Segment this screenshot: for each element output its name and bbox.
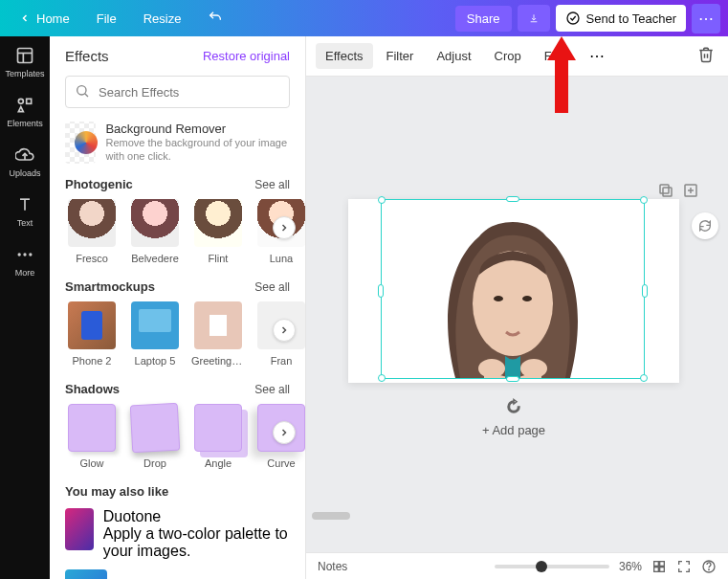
svg-rect-16 bbox=[663, 188, 672, 196]
resize-handle-tr[interactable] bbox=[640, 196, 648, 204]
zoom-value[interactable]: 36% bbox=[619, 560, 642, 573]
see-all-smartmockups[interactable]: See all bbox=[254, 280, 290, 294]
ellipsis-icon: ⋯ bbox=[698, 10, 714, 28]
tool-crop[interactable]: Crop bbox=[485, 43, 531, 69]
see-all-photogenic[interactable]: See all bbox=[254, 178, 290, 191]
search-icon bbox=[75, 83, 90, 102]
mockup-greeting-card[interactable]: Greeting car… bbox=[191, 301, 245, 367]
rotate-icon[interactable] bbox=[505, 398, 522, 415]
resize-handle-mt[interactable] bbox=[506, 196, 519, 202]
thumb-image bbox=[194, 199, 242, 247]
add-page-button[interactable]: + Add page bbox=[348, 423, 679, 437]
resize-handle-ml[interactable] bbox=[378, 284, 384, 298]
selected-image[interactable] bbox=[403, 198, 623, 378]
resize-handle-br[interactable] bbox=[640, 374, 648, 382]
horizontal-scrollbar[interactable] bbox=[306, 512, 728, 522]
download-icon bbox=[529, 11, 539, 26]
panel-title: Effects bbox=[65, 48, 109, 64]
scroll-next-smartmockups[interactable] bbox=[273, 319, 296, 342]
share-button[interactable]: Share bbox=[455, 6, 512, 32]
templates-icon bbox=[15, 46, 34, 65]
scrollbar-thumb[interactable] bbox=[312, 512, 350, 520]
thumb-image bbox=[68, 404, 116, 452]
file-menu[interactable]: File bbox=[85, 6, 128, 32]
delete-button[interactable] bbox=[694, 42, 718, 71]
check-circle-icon bbox=[565, 11, 581, 26]
svg-point-12 bbox=[23, 253, 26, 256]
refresh-icon bbox=[697, 218, 713, 234]
background-remover-title: Background Remover bbox=[105, 122, 290, 136]
bottom-bar: Notes 36% bbox=[306, 552, 728, 579]
tool-filter[interactable]: Filter bbox=[377, 43, 424, 69]
search-effects-input[interactable] bbox=[65, 76, 290, 108]
thumb-label: Glow bbox=[65, 457, 119, 469]
resize-menu[interactable]: Resize bbox=[132, 6, 193, 32]
svg-rect-6 bbox=[27, 99, 32, 103]
duotone-thumb bbox=[65, 508, 94, 550]
svg-rect-26 bbox=[654, 561, 659, 566]
svg-point-11 bbox=[17, 253, 20, 256]
scroll-next-photogenic[interactable] bbox=[273, 216, 296, 239]
thumb-label: Fresco bbox=[65, 253, 119, 264]
nav-text[interactable]: Text bbox=[15, 195, 34, 228]
zoom-slider[interactable] bbox=[495, 565, 609, 568]
download-button[interactable] bbox=[518, 5, 550, 32]
mockup-phone2[interactable]: Phone 2 bbox=[65, 301, 119, 367]
resize-handle-bl[interactable] bbox=[378, 374, 386, 382]
send-to-teacher-button[interactable]: Send to Teacher bbox=[556, 5, 686, 32]
resize-handle-mb[interactable] bbox=[506, 376, 519, 382]
mockup-laptop5[interactable]: Laptop 5 bbox=[128, 301, 182, 367]
svg-rect-29 bbox=[660, 567, 665, 571]
sync-button[interactable] bbox=[692, 212, 718, 239]
tool-adjust[interactable]: Adjust bbox=[427, 43, 480, 69]
restore-original-link[interactable]: Restore original bbox=[203, 49, 290, 63]
canvas-stage[interactable]: + Add page bbox=[306, 77, 728, 552]
thumb-label: Luna bbox=[254, 253, 305, 264]
duplicate-page-icon[interactable] bbox=[657, 182, 674, 199]
nav-label: Text bbox=[17, 218, 33, 228]
background-remover-item[interactable]: Background Remover Remove the background… bbox=[65, 122, 290, 164]
scroll-next-shadows[interactable] bbox=[273, 421, 296, 444]
svg-point-13 bbox=[29, 253, 32, 256]
tool-effects[interactable]: Effects bbox=[316, 43, 373, 69]
thumb-label: Fran bbox=[254, 355, 305, 367]
resize-handle-tl[interactable] bbox=[378, 196, 386, 204]
thumb-label: Curve bbox=[254, 457, 305, 469]
effects-panel: Effects Restore original Background Remo… bbox=[50, 36, 306, 579]
nav-templates[interactable]: Templates bbox=[5, 46, 44, 78]
selection-box[interactable] bbox=[381, 199, 645, 379]
home-button[interactable]: Home bbox=[8, 6, 81, 32]
grid-view-icon[interactable] bbox=[651, 559, 667, 574]
shadow-drop[interactable]: Drop bbox=[128, 404, 182, 469]
text-icon bbox=[15, 195, 34, 214]
section-title-shadows: Shadows bbox=[65, 382, 120, 396]
nav-more[interactable]: More bbox=[15, 245, 35, 278]
svg-point-0 bbox=[567, 12, 579, 24]
nav-label: More bbox=[15, 268, 35, 278]
effect-fresco[interactable]: Fresco bbox=[65, 199, 119, 264]
nav-uploads[interactable]: Uploads bbox=[9, 145, 40, 178]
see-all-shadows[interactable]: See all bbox=[254, 383, 290, 396]
svg-point-31 bbox=[709, 569, 710, 570]
svg-point-25 bbox=[520, 359, 547, 378]
effect-flint[interactable]: Flint bbox=[191, 199, 245, 264]
notes-button[interactable]: Notes bbox=[318, 560, 347, 573]
thumb-image bbox=[194, 301, 242, 349]
effect-more-item[interactable] bbox=[65, 569, 290, 579]
section-title-also: You may also like bbox=[65, 484, 290, 499]
fullscreen-icon[interactable] bbox=[676, 559, 692, 574]
background-remover-thumb bbox=[65, 122, 96, 164]
effect-duotone[interactable]: Duotone Apply a two-color palette to you… bbox=[65, 508, 290, 560]
effect-belvedere[interactable]: Belvedere bbox=[128, 199, 182, 264]
svg-point-22 bbox=[494, 296, 503, 301]
undo-button[interactable] bbox=[196, 4, 234, 33]
shadow-angle[interactable]: Angle bbox=[191, 404, 245, 469]
help-icon[interactable] bbox=[701, 559, 717, 574]
resize-handle-mr[interactable] bbox=[642, 284, 648, 298]
tool-flip[interactable]: Flip bbox=[535, 43, 574, 69]
shadow-glow[interactable]: Glow bbox=[65, 404, 119, 469]
tool-more[interactable]: ⋯ bbox=[582, 43, 612, 69]
add-page-icon[interactable] bbox=[682, 182, 699, 199]
topbar-more-button[interactable]: ⋯ bbox=[692, 4, 720, 33]
nav-elements[interactable]: Elements bbox=[7, 96, 43, 128]
